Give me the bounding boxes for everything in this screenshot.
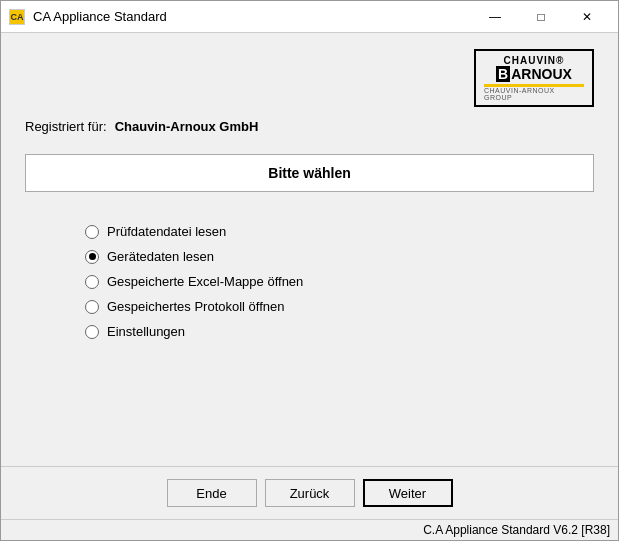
footer-buttons: Ende Zurück Weiter	[167, 479, 453, 507]
radio-label-4: Gespeichertes Protokoll öffnen	[107, 299, 285, 314]
title-bar: CA CA Appliance Standard — □ ✕	[1, 1, 618, 33]
zuruck-button[interactable]: Zurück	[265, 479, 355, 507]
minimize-button[interactable]: —	[472, 3, 518, 31]
footer: Ende Zurück Weiter	[1, 466, 618, 519]
close-button[interactable]: ✕	[564, 3, 610, 31]
radio-option-5[interactable]: Einstellungen	[85, 324, 534, 339]
maximize-button[interactable]: □	[518, 3, 564, 31]
status-bar: C.A Appliance Standard V6.2 [R38]	[1, 519, 618, 540]
radio-circle-3	[85, 275, 99, 289]
options-area: Prüfdatendatei lesen Gerätedaten lesen G…	[25, 216, 594, 347]
radio-option-3[interactable]: Gespeicherte Excel-Mappe öffnen	[85, 274, 534, 289]
radio-circle-2	[85, 250, 99, 264]
radio-option-4[interactable]: Gespeichertes Protokoll öffnen	[85, 299, 534, 314]
radio-circle-5	[85, 325, 99, 339]
logo-arnoux-text: BARNOUX	[496, 66, 572, 82]
section-box: Bitte wählen	[25, 154, 594, 192]
radio-label-2: Gerätedaten lesen	[107, 249, 214, 264]
logo-chauvin-text: CHAUVIN®	[504, 55, 565, 66]
radio-circle-4	[85, 300, 99, 314]
register-row: Registriert für: Chauvin-Arnoux GmbH	[25, 119, 594, 134]
radio-option-2[interactable]: Gerätedaten lesen	[85, 249, 534, 264]
main-window: CA CA Appliance Standard — □ ✕ CHAUVIN® …	[0, 0, 619, 541]
app-icon: CA	[9, 9, 25, 25]
weiter-button[interactable]: Weiter	[363, 479, 453, 507]
window-controls: — □ ✕	[472, 3, 610, 31]
radio-circle-1	[85, 225, 99, 239]
register-value: Chauvin-Arnoux GmbH	[115, 119, 259, 134]
window-title: CA Appliance Standard	[33, 9, 472, 24]
section-title: Bitte wählen	[268, 165, 350, 181]
main-content: CHAUVIN® BARNOUX CHAUVIN-ARNOUX GROUP Re…	[1, 33, 618, 466]
radio-label-5: Einstellungen	[107, 324, 185, 339]
logo-row: CHAUVIN® BARNOUX CHAUVIN-ARNOUX GROUP	[25, 49, 594, 107]
status-text: C.A Appliance Standard V6.2 [R38]	[423, 523, 610, 537]
radio-label-3: Gespeicherte Excel-Mappe öffnen	[107, 274, 303, 289]
brand-logo: CHAUVIN® BARNOUX CHAUVIN-ARNOUX GROUP	[474, 49, 594, 107]
radio-label-1: Prüfdatendatei lesen	[107, 224, 226, 239]
logo-subtext: CHAUVIN-ARNOUX GROUP	[484, 87, 584, 101]
ende-button[interactable]: Ende	[167, 479, 257, 507]
register-label: Registriert für:	[25, 119, 107, 134]
radio-option-1[interactable]: Prüfdatendatei lesen	[85, 224, 534, 239]
